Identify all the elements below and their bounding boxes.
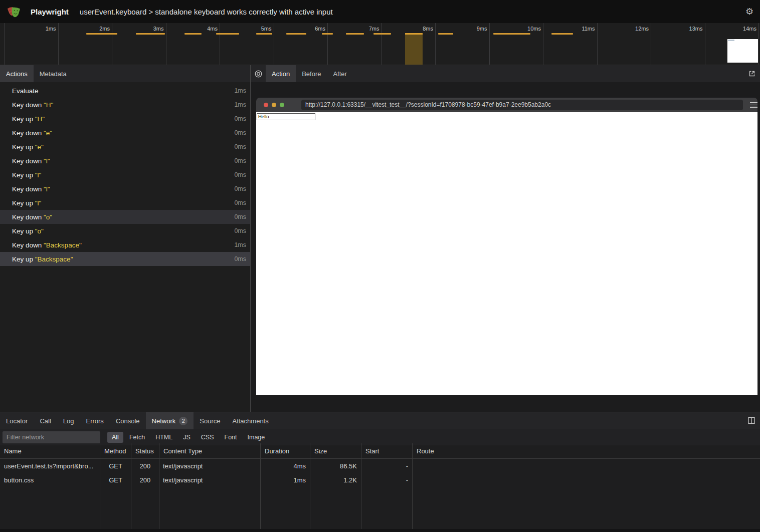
cell-name: button.css	[0, 473, 100, 487]
cell-method: GET	[100, 473, 131, 487]
action-duration: 0ms	[234, 129, 246, 136]
filter-chip-css[interactable]: CSS	[197, 432, 219, 443]
tab-before[interactable]: Before	[296, 65, 327, 82]
timeline-tick-label: 12ms	[620, 26, 649, 32]
timeline-action-bar	[256, 33, 272, 35]
action-key-value: "l"	[44, 157, 50, 165]
timeline-gridline	[327, 23, 328, 65]
details-panel: LocatorCallLogErrorsConsoleNetwork2Sourc…	[0, 412, 760, 532]
filter-chip-all[interactable]: All	[107, 432, 123, 443]
action-label: Key up "l"	[12, 171, 41, 179]
action-duration: 0ms	[234, 199, 246, 206]
column-header[interactable]: Duration	[261, 443, 310, 459]
filler-cell	[131, 487, 159, 532]
action-key-value: "l"	[35, 199, 42, 207]
cell-duration: 4ms	[261, 459, 310, 473]
network-request-row[interactable]: button.cssGET200text/javascript1ms1.2K-	[0, 473, 760, 487]
timeline-action-bar	[216, 33, 239, 35]
tab-call[interactable]: Call	[34, 412, 57, 429]
tab-source[interactable]: Source	[194, 412, 226, 429]
action-duration: 0ms	[234, 185, 246, 192]
snapshot-panel: ActionBeforeAfter http://127.0.0.1:63315…	[251, 65, 760, 412]
filter-chip-js[interactable]: JS	[178, 432, 195, 443]
traffic-lights-icon	[264, 103, 284, 107]
action-duration: 0ms	[234, 255, 246, 262]
cell-route	[413, 473, 760, 487]
action-list: Evaluate1msKey down "H"1msKey up "H"0msK…	[0, 82, 250, 266]
action-key-value: "o"	[44, 213, 52, 221]
filter-chip-image[interactable]: Image	[243, 432, 270, 443]
filter-chip-html[interactable]: HTML	[151, 432, 177, 443]
timeline-filmstrip-thumbnail[interactable]	[727, 39, 758, 63]
action-list-item[interactable]: Key up "o"0ms	[0, 224, 250, 238]
timeline-action-bar	[438, 33, 453, 35]
column-header[interactable]: Size	[310, 443, 361, 459]
tab-actions[interactable]: Actions	[0, 65, 34, 82]
timeline-gridline	[435, 23, 436, 65]
action-key-value: "H"	[44, 101, 53, 109]
column-header[interactable]: Start	[361, 443, 413, 459]
snapshot-url-bar: http://127.0.0.1:63315/__vitest_test__/?…	[301, 100, 743, 110]
action-list-item[interactable]: Key down "o"0ms	[0, 210, 250, 224]
action-duration: 0ms	[234, 171, 246, 178]
action-list-item[interactable]: Key up "l"0ms	[0, 196, 250, 210]
app-title: Playwright	[31, 8, 69, 16]
timeline-gridline	[166, 23, 166, 65]
column-header[interactable]: Content Type	[159, 443, 261, 459]
tab-console[interactable]: Console	[110, 412, 146, 429]
pick-locator-target-icon[interactable]	[251, 65, 266, 82]
action-list-item[interactable]: Key up "l"0ms	[0, 168, 250, 182]
timeline-gridline	[543, 23, 543, 65]
action-list-item[interactable]: Key up "H"0ms	[0, 112, 250, 126]
action-list-item[interactable]: Key down "H"1ms	[0, 98, 250, 112]
tab-errors[interactable]: Errors	[80, 412, 109, 429]
timeline-gridline	[112, 23, 112, 65]
filter-chip-font[interactable]: Font	[220, 432, 242, 443]
action-list-item[interactable]: Key up "Backspace"0ms	[0, 252, 250, 266]
action-list-item[interactable]: Key down "l"0ms	[0, 154, 250, 168]
timeline-tick-label: 14ms	[727, 26, 756, 32]
tab-network[interactable]: Network2	[146, 412, 194, 429]
timeline-gridline	[705, 23, 705, 65]
settings-gear-icon[interactable]: ⚙	[744, 6, 755, 17]
action-list-item[interactable]: Key down "Backspace"1ms	[0, 238, 250, 252]
network-filter-input[interactable]	[3, 431, 100, 443]
column-header[interactable]: Route	[413, 443, 760, 459]
timeline-gridline	[382, 23, 382, 65]
tab-attachments[interactable]: Attachments	[226, 412, 274, 429]
filter-chip-fetch[interactable]: Fetch	[125, 432, 149, 443]
snapshot-tabbar: ActionBeforeAfter	[251, 65, 760, 82]
snapshot-page[interactable]: Hello	[256, 112, 757, 395]
action-label: Key up "l"	[12, 199, 41, 207]
action-list-item[interactable]: Key up "e"0ms	[0, 140, 250, 154]
tab-after[interactable]: After	[327, 65, 352, 82]
snapshot-text-input[interactable]: Hello	[257, 113, 315, 120]
action-label: Key up "e"	[12, 143, 44, 151]
horizontal-scrollbar[interactable]	[0, 529, 760, 532]
tab-log[interactable]: Log	[57, 412, 80, 429]
details-tabs: LocatorCallLogErrorsConsoleNetwork2Sourc…	[0, 412, 275, 429]
timeline-gridline	[489, 23, 490, 65]
tab-action[interactable]: Action	[266, 65, 296, 82]
open-snapshot-popout-icon[interactable]	[748, 70, 756, 78]
tab-locator[interactable]: Locator	[0, 412, 34, 429]
action-list-item[interactable]: Key down "l"0ms	[0, 182, 250, 196]
action-list-item[interactable]: Evaluate1ms	[0, 84, 250, 98]
timeline[interactable]: 1ms2ms3ms4ms5ms6ms7ms8ms9ms10ms11ms12ms1…	[0, 23, 760, 65]
column-header[interactable]: Status	[131, 443, 159, 459]
column-header[interactable]: Name	[0, 443, 100, 459]
tab-label: Console	[116, 417, 140, 425]
timeline-tick-label: 6ms	[296, 26, 325, 32]
tab-metadata[interactable]: Metadata	[34, 65, 73, 82]
action-duration: 0ms	[234, 157, 246, 164]
action-duration: 0ms	[234, 143, 246, 150]
timeline-gridline	[651, 23, 651, 65]
timeline-tick-label: 3ms	[135, 26, 164, 32]
dock-layout-icon[interactable]	[747, 417, 755, 424]
timeline-tick-label: 9ms	[458, 26, 487, 32]
action-duration: 1ms	[234, 101, 246, 108]
action-list-item[interactable]: Key down "e"0ms	[0, 126, 250, 140]
column-header[interactable]: Method	[100, 443, 131, 459]
network-request-row[interactable]: userEvent.test.ts?import&bro...GET200tex…	[0, 459, 760, 473]
playwright-logo-icon	[7, 5, 21, 19]
